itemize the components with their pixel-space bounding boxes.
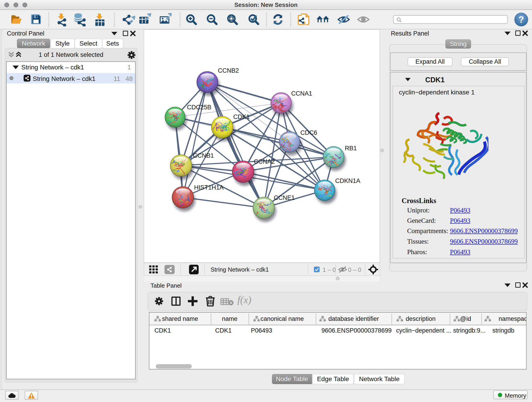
svg-text:CCNB2: CCNB2: [218, 67, 239, 74]
svg-text:CCNE1: CCNE1: [274, 194, 295, 201]
svg-text:RB1: RB1: [345, 145, 357, 152]
svg-text:CCNB1: CCNB1: [193, 152, 214, 159]
svg-text:CCNA2: CCNA2: [254, 158, 275, 165]
svg-text:CDKN1A: CDKN1A: [335, 177, 360, 184]
svg-text:CCNA1: CCNA1: [291, 90, 312, 97]
svg-text:CDK1: CDK1: [233, 114, 250, 120]
svg-text:HIST1H1A: HIST1H1A: [194, 184, 224, 191]
svg-text:CDC6: CDC6: [300, 129, 317, 136]
svg-text:CDC25B: CDC25B: [187, 104, 211, 111]
